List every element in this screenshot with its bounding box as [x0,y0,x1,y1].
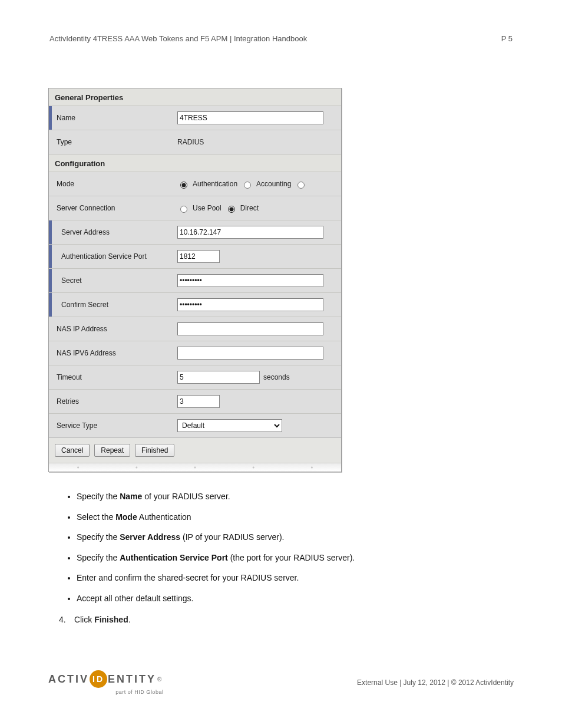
instruction-item: Specify the Authentication Service Port … [77,550,514,566]
conn-pool-label: Use Pool [193,204,222,212]
label-auth-port: Authentication Service Port [52,252,177,261]
section-title-config: Configuration [49,154,341,172]
row-auth-port: Authentication Service Port [49,244,341,268]
mode-auth-radio[interactable] [180,182,187,189]
doc-title: ActivIdentity 4TRESS AAA Web Tokens and … [49,34,307,43]
mode-third-radio[interactable] [297,182,305,189]
name-input[interactable] [177,111,323,124]
page-number: P 5 [501,34,513,43]
logo-subtitle: part of HID Global [115,689,163,695]
label-nas-ip: NAS IP Address [52,325,177,333]
row-timeout: Timeout seconds [49,365,341,389]
nas-ipv6-input[interactable] [177,347,323,360]
label-mode: Mode [52,180,177,188]
label-service-type: Service Type [52,421,177,430]
label-timeout: Timeout [52,373,177,381]
row-nas-ip: NAS IP Address [49,317,341,341]
mode-auth-label: Authentication [193,180,237,188]
footer-text: External Use | July 12, 2012 | © 2012 Ac… [357,678,514,687]
row-mode: Mode Authentication Accounting [49,172,341,196]
page-footer: ACTIV ID ENTITY® part of HID Global Exte… [48,670,514,695]
conn-direct-radio[interactable] [228,206,235,213]
instruction-item: Accept all other default settings. [77,591,514,607]
row-secret: Secret [49,268,341,292]
instruction-item: Enter and confirm the shared-secret for … [77,570,514,586]
mode-acct-label: Accounting [256,180,291,188]
row-type: Type RADIUS [49,130,341,154]
label-name: Name [52,114,177,122]
conn-direct-label: Direct [240,204,259,212]
auth-port-input[interactable] [177,250,220,263]
label-retries: Retries [52,397,177,406]
row-server-addr: Server Address [49,220,341,244]
row-service-type: Service Type Default [49,413,341,437]
logo-id-icon: ID [90,670,107,688]
torn-edge [49,463,341,472]
row-server-conn: Server Connection Use Pool Direct [49,196,341,220]
label-nas-ipv6: NAS IPV6 Address [52,349,177,357]
label-secret: Secret [52,276,177,285]
label-server-conn: Server Connection [52,204,177,212]
instruction-item: Specify the Server Address (IP of your R… [77,529,514,545]
section-title-general: General Properties [49,88,341,106]
retries-input[interactable] [177,395,220,408]
instructions: Specify the Name of your RADIUS server. … [48,489,514,607]
activ-identity-logo: ACTIV ID ENTITY® part of HID Global [48,670,163,695]
label-type: Type [52,138,177,146]
cancel-button[interactable]: Cancel [55,444,90,457]
row-name: Name [49,106,341,130]
button-row: Cancel Repeat Finished [49,437,341,463]
repeat-button[interactable]: Repeat [94,444,130,457]
config-form-screenshot: General Properties Name Type RADIUS Conf… [48,88,342,472]
row-retries: Retries [49,389,341,413]
row-nas-ipv6: NAS IPV6 Address [49,341,341,365]
mode-acct-radio[interactable] [244,182,251,189]
secret-input[interactable] [177,274,323,287]
row-confirm-secret: Confirm Secret [49,292,341,317]
label-server-addr: Server Address [52,228,177,236]
label-confirm-secret: Confirm Secret [52,301,177,309]
doc-header: ActivIdentity 4TRESS AAA Web Tokens and … [48,34,514,47]
timeout-unit: seconds [263,373,290,381]
confirm-secret-input[interactable] [177,298,323,311]
timeout-input[interactable] [177,371,260,384]
document-page: ActivIdentity 4TRESS AAA Web Tokens and … [0,0,562,728]
service-type-select[interactable]: Default [177,419,282,432]
instruction-item: Select the Mode Authentication [77,509,514,525]
instruction-item: Specify the Name of your RADIUS server. [77,489,514,505]
finished-button[interactable]: Finished [135,444,174,457]
step-4: 4. Click Finished. [59,615,514,624]
conn-pool-radio[interactable] [180,206,187,213]
nas-ip-input[interactable] [177,322,323,335]
type-value: RADIUS [177,138,204,146]
server-address-input[interactable] [177,226,323,239]
